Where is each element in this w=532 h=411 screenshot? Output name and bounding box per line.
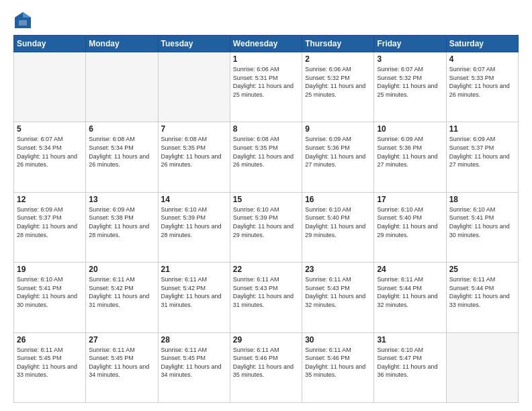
day-number: 29 [233,335,299,345]
cell-sun-info: Sunrise: 6:11 AM Sunset: 5:45 PM Dayligh… [161,346,227,379]
day-number: 23 [305,265,371,274]
day-number: 19 [17,265,83,274]
calendar-cell: 10Sunrise: 6:09 AM Sunset: 5:36 PM Dayli… [374,122,446,192]
cell-sun-info: Sunrise: 6:09 AM Sunset: 5:37 PM Dayligh… [449,135,515,169]
calendar-cell: 30Sunrise: 6:11 AM Sunset: 5:46 PM Dayli… [302,332,374,402]
calendar-cell: 7Sunrise: 6:08 AM Sunset: 5:35 PM Daylig… [158,122,230,192]
cell-sun-info: Sunrise: 6:08 AM Sunset: 5:35 PM Dayligh… [233,135,299,169]
cell-sun-info: Sunrise: 6:06 AM Sunset: 5:32 PM Dayligh… [305,65,371,99]
day-number: 9 [305,124,371,134]
day-number: 12 [17,195,83,204]
cell-sun-info: Sunrise: 6:10 AM Sunset: 5:41 PM Dayligh… [17,275,83,309]
day-number: 20 [89,265,154,274]
day-number: 22 [233,265,299,274]
cell-sun-info: Sunrise: 6:10 AM Sunset: 5:40 PM Dayligh… [305,205,371,239]
cell-sun-info: Sunrise: 6:08 AM Sunset: 5:34 PM Dayligh… [89,135,154,169]
cell-sun-info: Sunrise: 6:11 AM Sunset: 5:44 PM Dayligh… [377,275,443,309]
cell-sun-info: Sunrise: 6:10 AM Sunset: 5:39 PM Dayligh… [161,205,227,239]
calendar-cell: 2Sunrise: 6:06 AM Sunset: 5:32 PM Daylig… [302,52,374,122]
cell-sun-info: Sunrise: 6:11 AM Sunset: 5:42 PM Dayligh… [89,275,154,309]
logo [13,11,35,30]
day-header-wednesday: Wednesday [230,36,302,52]
day-number: 31 [377,335,443,345]
calendar-cell: 23Sunrise: 6:11 AM Sunset: 5:43 PM Dayli… [302,263,374,332]
page: SundayMondayTuesdayWednesdayThursdayFrid… [0,0,532,411]
calendar-table: SundayMondayTuesdayWednesdayThursdayFrid… [13,35,519,403]
cell-sun-info: Sunrise: 6:10 AM Sunset: 5:47 PM Dayligh… [377,346,443,379]
day-number: 30 [305,335,371,345]
calendar-cell: 20Sunrise: 6:11 AM Sunset: 5:42 PM Dayli… [86,263,158,332]
calendar-cell: 14Sunrise: 6:10 AM Sunset: 5:39 PM Dayli… [158,192,230,262]
calendar-cell: 16Sunrise: 6:10 AM Sunset: 5:40 PM Dayli… [302,192,374,262]
calendar-cell: 25Sunrise: 6:11 AM Sunset: 5:44 PM Dayli… [446,263,518,332]
day-header-thursday: Thursday [302,36,374,52]
day-number: 6 [89,124,154,134]
calendar-cell: 11Sunrise: 6:09 AM Sunset: 5:37 PM Dayli… [446,122,518,192]
day-number: 15 [233,195,299,204]
calendar-cell: 3Sunrise: 6:07 AM Sunset: 5:32 PM Daylig… [374,52,446,122]
day-number: 10 [377,124,443,134]
day-header-tuesday: Tuesday [158,36,230,52]
day-number: 26 [17,335,83,345]
cell-sun-info: Sunrise: 6:10 AM Sunset: 5:39 PM Dayligh… [233,205,299,239]
day-number: 11 [449,124,515,134]
day-number: 24 [377,265,443,274]
calendar-cell: 13Sunrise: 6:09 AM Sunset: 5:38 PM Dayli… [86,192,158,262]
cell-sun-info: Sunrise: 6:06 AM Sunset: 5:31 PM Dayligh… [233,65,299,99]
day-number: 27 [89,335,154,345]
cell-sun-info: Sunrise: 6:09 AM Sunset: 5:36 PM Dayligh… [377,135,443,169]
cell-sun-info: Sunrise: 6:10 AM Sunset: 5:41 PM Dayligh… [449,205,515,239]
cell-sun-info: Sunrise: 6:11 AM Sunset: 5:43 PM Dayligh… [305,275,371,309]
day-number: 13 [89,195,154,204]
calendar-cell: 28Sunrise: 6:11 AM Sunset: 5:45 PM Dayli… [158,332,230,402]
cell-sun-info: Sunrise: 6:11 AM Sunset: 5:45 PM Dayligh… [89,346,154,379]
cell-sun-info: Sunrise: 6:10 AM Sunset: 5:40 PM Dayligh… [377,205,443,239]
calendar-cell [446,332,518,402]
calendar-cell: 4Sunrise: 6:07 AM Sunset: 5:33 PM Daylig… [446,52,518,122]
calendar-cell [86,52,158,122]
calendar-cell: 27Sunrise: 6:11 AM Sunset: 5:45 PM Dayli… [86,332,158,402]
cell-sun-info: Sunrise: 6:11 AM Sunset: 5:42 PM Dayligh… [161,275,227,309]
calendar-cell: 19Sunrise: 6:10 AM Sunset: 5:41 PM Dayli… [14,263,86,332]
calendar-cell [14,52,86,122]
calendar-cell: 29Sunrise: 6:11 AM Sunset: 5:46 PM Dayli… [230,332,302,402]
svg-rect-2 [19,20,27,26]
calendar-cell: 26Sunrise: 6:11 AM Sunset: 5:45 PM Dayli… [14,332,86,402]
day-number: 7 [161,124,227,134]
calendar-week-5: 26Sunrise: 6:11 AM Sunset: 5:45 PM Dayli… [14,332,519,402]
calendar-cell: 1Sunrise: 6:06 AM Sunset: 5:31 PM Daylig… [230,52,302,122]
calendar-cell: 6Sunrise: 6:08 AM Sunset: 5:34 PM Daylig… [86,122,158,192]
calendar-cell: 18Sunrise: 6:10 AM Sunset: 5:41 PM Dayli… [446,192,518,262]
day-number: 18 [449,195,515,204]
cell-sun-info: Sunrise: 6:09 AM Sunset: 5:38 PM Dayligh… [89,205,154,239]
calendar-cell: 31Sunrise: 6:10 AM Sunset: 5:47 PM Dayli… [374,332,446,402]
calendar-header-row: SundayMondayTuesdayWednesdayThursdayFrid… [14,36,519,52]
calendar-week-4: 19Sunrise: 6:10 AM Sunset: 5:41 PM Dayli… [14,263,519,332]
day-number: 4 [449,54,515,64]
day-number: 25 [449,265,515,274]
calendar-cell: 9Sunrise: 6:09 AM Sunset: 5:36 PM Daylig… [302,122,374,192]
day-number: 5 [17,124,83,134]
calendar-week-1: 1Sunrise: 6:06 AM Sunset: 5:31 PM Daylig… [14,52,519,122]
calendar-cell: 5Sunrise: 6:07 AM Sunset: 5:34 PM Daylig… [14,122,86,192]
calendar-week-3: 12Sunrise: 6:09 AM Sunset: 5:37 PM Dayli… [14,192,519,262]
header [13,11,519,30]
cell-sun-info: Sunrise: 6:07 AM Sunset: 5:32 PM Dayligh… [377,65,443,99]
day-number: 28 [161,335,227,345]
day-header-friday: Friday [374,36,446,52]
day-header-monday: Monday [86,36,158,52]
day-number: 1 [233,54,299,64]
day-header-saturday: Saturday [446,36,518,52]
cell-sun-info: Sunrise: 6:07 AM Sunset: 5:34 PM Dayligh… [17,135,83,169]
day-number: 16 [305,195,371,204]
svg-marker-1 [23,12,31,17]
cell-sun-info: Sunrise: 6:07 AM Sunset: 5:33 PM Dayligh… [449,65,515,99]
day-number: 8 [233,124,299,134]
calendar-cell: 12Sunrise: 6:09 AM Sunset: 5:37 PM Dayli… [14,192,86,262]
calendar-cell: 17Sunrise: 6:10 AM Sunset: 5:40 PM Dayli… [374,192,446,262]
day-header-sunday: Sunday [14,36,86,52]
calendar-week-2: 5Sunrise: 6:07 AM Sunset: 5:34 PM Daylig… [14,122,519,192]
day-number: 2 [305,54,371,64]
cell-sun-info: Sunrise: 6:11 AM Sunset: 5:44 PM Dayligh… [449,275,515,309]
cell-sun-info: Sunrise: 6:09 AM Sunset: 5:37 PM Dayligh… [17,205,83,239]
